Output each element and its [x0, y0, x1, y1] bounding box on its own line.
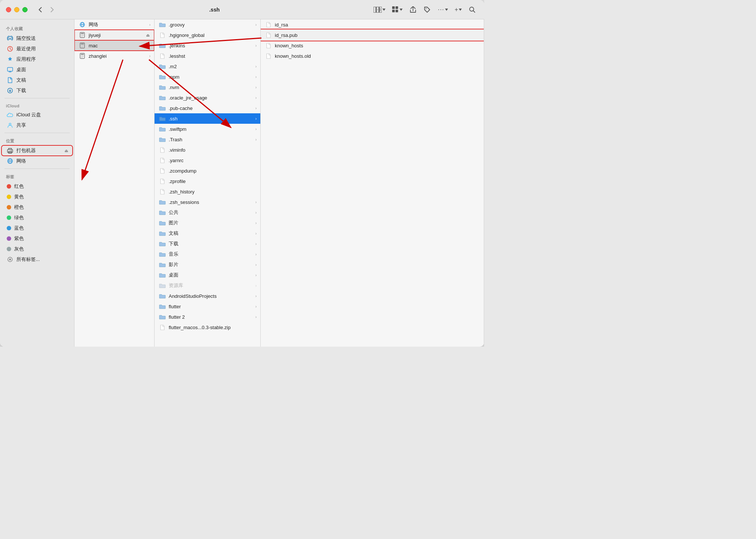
downloads-icon	[7, 87, 13, 94]
folder-icon	[159, 126, 166, 132]
back-button[interactable]	[35, 4, 45, 15]
sidebar-item-recents-label: 最近使用	[16, 45, 68, 52]
view-switcher-button[interactable]	[371, 4, 388, 15]
mac-icon-zhanglei	[79, 53, 86, 59]
col2-androidstudio[interactable]: AndroidStudioProjects ›	[155, 291, 260, 301]
col1-jiyueji[interactable]: jiyueji ⏏	[74, 30, 154, 40]
col2-documents[interactable]: 文稿 ›	[155, 228, 260, 239]
col2-pub-cache[interactable]: .pub-cache ›	[155, 103, 260, 113]
col1-mac[interactable]: mac ⏏	[74, 40, 154, 51]
sidebar-item-apps[interactable]: 应用程序	[1, 54, 73, 64]
column-1: 网络 › jiyueji ⏏ mac ⏏	[74, 19, 155, 347]
col2-pub-cache-label: .pub-cache	[169, 105, 252, 111]
col2-zsh-sessions[interactable]: .zsh_sessions ›	[155, 197, 260, 207]
sidebar-item-all-tags[interactable]: 所有标签...	[1, 254, 73, 265]
sidebar-item-icloud-drive[interactable]: iCloud 云盘	[1, 110, 73, 120]
col1-network-label: 网络	[89, 21, 146, 28]
close-button[interactable]	[6, 7, 11, 12]
col2-swiftpm[interactable]: .swiftpm ›	[155, 124, 260, 134]
col2-m2[interactable]: .m2 ›	[155, 61, 260, 72]
col2-npm[interactable]: .npm ›	[155, 72, 260, 82]
svg-rect-2	[379, 7, 382, 13]
sidebar-item-tag-gray-label: 灰色	[14, 246, 68, 252]
col2-jenkins[interactable]: .jenkins ›	[155, 40, 260, 51]
sidebar-item-tag-yellow[interactable]: 黄色	[1, 192, 73, 202]
col2-flutter[interactable]: flutter ›	[155, 301, 260, 312]
col2-oracle[interactable]: .oracle_jre_usage ›	[155, 92, 260, 103]
col2-groovy[interactable]: .groovy ›	[155, 19, 260, 30]
sidebar-item-documents[interactable]: 文稿	[1, 75, 73, 85]
sidebar-item-printer[interactable]: 打包机器 ⏏	[1, 145, 73, 156]
grid-view-button[interactable]	[390, 4, 405, 15]
col2-downloads[interactable]: 下载 ›	[155, 239, 260, 249]
col2-library[interactable]: 资源库 ›	[155, 280, 260, 291]
col2-public-label: 公共	[169, 209, 252, 216]
folder-icon	[159, 136, 166, 143]
col1-network[interactable]: 网络 ›	[74, 19, 154, 30]
sidebar-item-shared-label: 共享	[16, 122, 68, 129]
printer-eject-icon[interactable]: ⏏	[64, 148, 68, 153]
sidebar-item-tag-green-label: 绿色	[14, 214, 68, 221]
mac-eject-icon[interactable]: ⏏	[146, 43, 150, 48]
tag-button[interactable]	[421, 4, 433, 15]
minimize-button[interactable]	[14, 7, 19, 12]
col2-ssh[interactable]: .ssh ›	[155, 113, 260, 124]
folder-icon	[159, 293, 166, 299]
col2-nvm[interactable]: .nvm ›	[155, 82, 260, 92]
forward-button[interactable]	[47, 4, 57, 15]
folder-icon	[159, 261, 166, 268]
sidebar-item-tag-green[interactable]: 绿色	[1, 212, 73, 223]
col2-music[interactable]: 音乐 ›	[155, 249, 260, 259]
col2-flutter2[interactable]: flutter 2 ›	[155, 312, 260, 322]
sidebar-item-tag-gray[interactable]: 灰色	[1, 244, 73, 254]
col2-lesshst[interactable]: .lesshst	[155, 51, 260, 61]
col2-pictures[interactable]: 图片 ›	[155, 218, 260, 228]
sidebar-item-tag-purple[interactable]: 紫色	[1, 233, 73, 244]
col2-trash[interactable]: .Trash ›	[155, 134, 260, 145]
col2-hgignore[interactable]: .hgignore_global	[155, 30, 260, 40]
sidebar-item-network[interactable]: 网络	[1, 156, 73, 166]
sidebar-item-downloads[interactable]: 下载	[1, 85, 73, 96]
col2-yarnrc[interactable]: .yarnrc	[155, 155, 260, 166]
chevron-icon: ›	[255, 200, 257, 204]
folder-icon	[159, 63, 166, 70]
chevron-icon: ›	[255, 23, 257, 27]
file-icon	[265, 42, 272, 49]
col2-zprofile[interactable]: .zprofile	[155, 176, 260, 186]
col2-public[interactable]: 公共 ›	[155, 207, 260, 218]
sidebar-item-airdrop[interactable]: 隔空投送	[1, 33, 73, 44]
search-button[interactable]	[466, 4, 478, 15]
sidebar-item-shared[interactable]: 共享	[1, 120, 73, 130]
sidebar-item-tag-blue[interactable]: 蓝色	[1, 223, 73, 233]
col1-zhanglei[interactable]: zhanglei ›	[74, 51, 154, 61]
column-2: .groovy › .hgignore_global .jenkins › .l…	[155, 19, 261, 347]
icloud-drive-icon	[7, 111, 13, 118]
file-icon	[159, 178, 166, 185]
sidebar-item-desktop[interactable]: 桌面	[1, 64, 73, 75]
add-button[interactable]: +	[452, 4, 464, 15]
more-button[interactable]: ···	[435, 4, 450, 15]
svg-rect-4	[396, 6, 398, 9]
col3-known-hosts[interactable]: known_hosts	[261, 40, 484, 51]
col3-id-rsa[interactable]: id_rsa	[261, 19, 484, 30]
sidebar-item-recents[interactable]: 最近使用	[1, 44, 73, 54]
col2-flutter-macos[interactable]: flutter_macos...0.3-stable.zip	[155, 322, 260, 332]
share-button[interactable]	[407, 4, 419, 15]
folder-icon	[159, 105, 166, 111]
chevron-icon: ›	[255, 252, 257, 256]
sidebar-item-tag-red[interactable]: 红色	[1, 181, 73, 192]
svg-rect-25	[81, 37, 83, 37]
col2-zcompdump[interactable]: .zcompdump	[155, 166, 260, 176]
jiyueji-eject-icon[interactable]: ⏏	[146, 33, 150, 38]
col3-known-hosts-old[interactable]: known_hosts.old	[261, 51, 484, 61]
col2-flutter-label: flutter	[169, 304, 252, 309]
col2-movies[interactable]: 影片 ›	[155, 259, 260, 270]
col2-desktop[interactable]: 桌面 ›	[155, 270, 260, 280]
chevron-icon: ›	[255, 138, 257, 142]
col2-zsh-history[interactable]: .zsh_history	[155, 186, 260, 197]
sidebar-item-tag-orange[interactable]: 橙色	[1, 202, 73, 212]
window-title: .ssh	[209, 7, 220, 13]
col2-viminfo[interactable]: .viminfo	[155, 145, 260, 155]
fullscreen-button[interactable]	[22, 7, 28, 12]
col3-id-rsa-pub[interactable]: id_rsa.pub	[261, 30, 484, 40]
